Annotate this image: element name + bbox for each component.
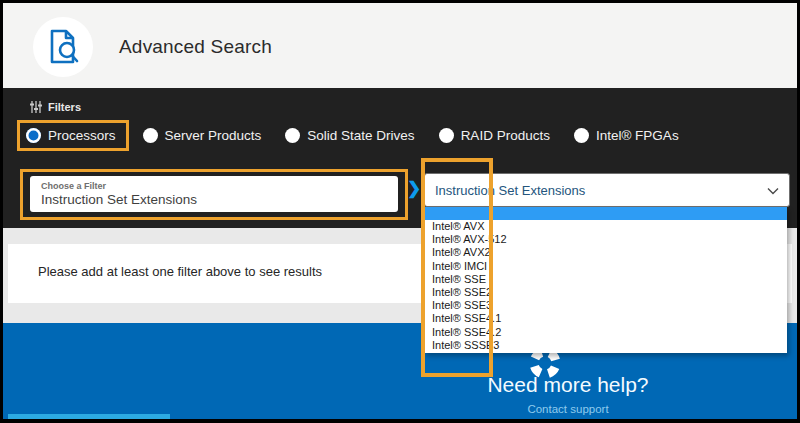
- select-value: Instruction Set Extensions: [425, 183, 767, 198]
- radio-unselected-icon[interactable]: [285, 128, 300, 143]
- page-title: Advanced Search: [119, 36, 272, 58]
- category-annotation-box: Processors: [17, 120, 129, 151]
- chevron-down-icon: [767, 181, 779, 199]
- filters-label: Filters: [48, 101, 81, 113]
- chevron-right-icon: ❯: [407, 178, 421, 199]
- radio-unselected-icon[interactable]: [439, 128, 454, 143]
- dropdown-option[interactable]: Intel® AVX-512: [424, 233, 787, 246]
- advanced-search-badge: [33, 17, 93, 77]
- header: Advanced Search: [3, 3, 797, 88]
- help-title: Need more help?: [418, 373, 718, 397]
- category-radio-server-products[interactable]: Server Products: [143, 128, 262, 143]
- category-radio-label: Server Products: [165, 128, 262, 143]
- advanced-search-page: { "header": { "title": "Advanced Search"…: [0, 0, 800, 423]
- dropdown-blank-highlighted-option[interactable]: [424, 207, 787, 220]
- category-radio-solid-state-drives[interactable]: Solid State Drives: [285, 128, 414, 143]
- dropdown-option-list: Intel® AVXIntel® AVX-512Intel® AVX2Intel…: [424, 207, 787, 353]
- choose-filter-annotation-box: Choose a Filter Instruction Set Extensio…: [20, 169, 408, 220]
- dropdown-option[interactable]: Intel® AVX: [424, 220, 787, 233]
- dropdown-option[interactable]: Intel® SSE: [424, 273, 787, 286]
- dropdown-option[interactable]: Intel® SSSE3: [424, 339, 787, 352]
- category-radio-group: ProcessorsServer ProductsSolid State Dri…: [17, 120, 703, 151]
- category-radio-raid-products[interactable]: RAID Products: [439, 128, 550, 143]
- radio-unselected-icon[interactable]: [574, 128, 589, 143]
- dropdown-option[interactable]: Intel® SSE4.1: [424, 312, 787, 325]
- horizontal-scrollbar[interactable]: [8, 414, 170, 419]
- category-radio-label: RAID Products: [461, 128, 550, 143]
- dropdown-option[interactable]: Intel® SSE4.2: [424, 326, 787, 339]
- category-radio-label: Solid State Drives: [307, 128, 414, 143]
- contact-support-link[interactable]: Contact support: [418, 403, 718, 415]
- dropdown-option[interactable]: Intel® AVX2: [424, 246, 787, 259]
- dropdown-option[interactable]: Intel® IMCI: [424, 260, 787, 273]
- radio-unselected-icon[interactable]: [143, 128, 158, 143]
- filter-sliders-icon: [30, 101, 42, 113]
- category-radio-label: Processors: [48, 128, 116, 143]
- dropdown-option[interactable]: Intel® SSE2: [424, 286, 787, 299]
- choose-filter-label: Choose a Filter: [41, 181, 398, 191]
- choose-filter-value: Instruction Set Extensions: [41, 192, 398, 207]
- filters-heading: Filters: [30, 101, 81, 113]
- radio-selected-icon[interactable]: [26, 128, 41, 143]
- instruction-set-select[interactable]: Instruction Set Extensions: [424, 173, 790, 207]
- dropdown-option[interactable]: Intel® SSE3: [424, 299, 787, 312]
- category-radio-processors[interactable]: Processors: [26, 128, 116, 143]
- category-radio-label: Intel® FPGAs: [596, 128, 679, 143]
- document-search-icon: [46, 28, 80, 66]
- category-radio-intel-fpgas[interactable]: Intel® FPGAs: [574, 128, 679, 143]
- choose-filter-field[interactable]: Choose a Filter Instruction Set Extensio…: [30, 176, 398, 212]
